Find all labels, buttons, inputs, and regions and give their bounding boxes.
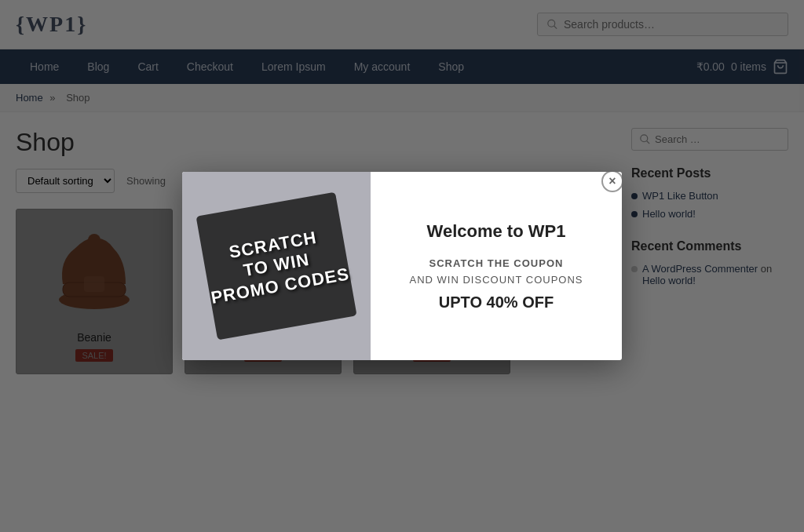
popup-title: Welcome to WP1 xyxy=(427,221,566,242)
scratch-card: SCRATCH TO WIN PROMO CODES xyxy=(202,224,351,309)
popup-left-panel: SCRATCH TO WIN PROMO CODES xyxy=(182,172,371,360)
popup-modal: × SCRATCH TO WIN PROMO CODES Welcome to … xyxy=(182,172,622,360)
modal-overlay: × SCRATCH TO WIN PROMO CODES Welcome to … xyxy=(0,0,804,390)
popup-discount: UPTO 40% OFF xyxy=(439,293,554,312)
popup-close-button[interactable]: × xyxy=(601,172,622,192)
popup-right-panel: Welcome to WP1 SCRATCH THE COUPON AND WI… xyxy=(371,172,622,360)
popup-subtitle2: AND WIN DISCOUNT COUPONS xyxy=(410,274,583,286)
popup-subtitle1: SCRATCH THE COUPON xyxy=(429,257,564,269)
